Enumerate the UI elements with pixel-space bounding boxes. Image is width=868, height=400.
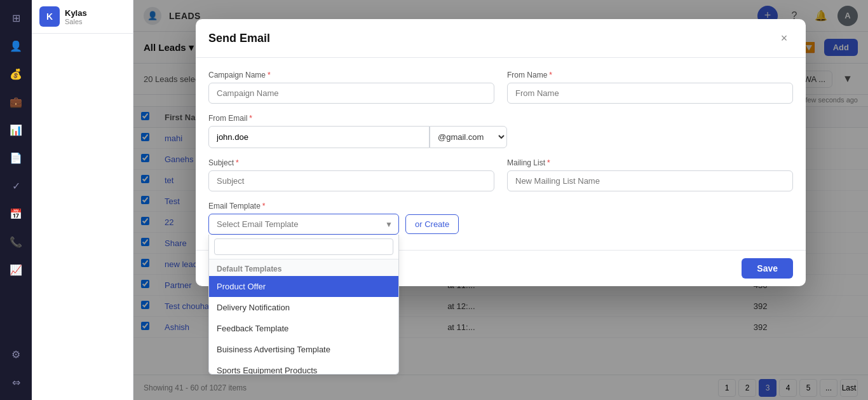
from-name-input[interactable] <box>507 83 793 104</box>
email-domain-select[interactable]: @gmail.com @yahoo.com @outlook.com <box>430 126 507 148</box>
subject-label: Subject * <box>208 158 494 167</box>
modal-header: Send Email × <box>196 19 806 58</box>
template-item-advertising[interactable]: Buisiness Advertising Template <box>209 339 398 360</box>
dropdown-section-label: Default Templates <box>209 259 398 276</box>
email-template-section: Email Template * ▼ <box>208 202 793 235</box>
nav-icon-person[interactable]: 👤 <box>4 34 27 57</box>
email-input-row: @gmail.com @yahoo.com @outlook.com <box>208 126 507 148</box>
required-marker-2: * <box>549 71 552 79</box>
from-email-group: From Email * @gmail.com @yahoo.com @outl… <box>208 114 507 148</box>
sidebar-header: K Kylas Sales <box>32 0 133 34</box>
from-email-label: From Email * <box>208 114 507 123</box>
template-select-wrap: ▼ Default Templates Product Offer <box>208 214 399 235</box>
from-name-group: From Name * <box>507 71 793 104</box>
required-marker-3: * <box>249 114 252 123</box>
campaign-name-label: Campaign Name * <box>208 71 494 79</box>
from-name-label: From Name * <box>507 71 793 79</box>
required-marker-6: * <box>262 202 266 210</box>
nav-icon-grid[interactable]: ⊞ <box>4 6 27 29</box>
mailing-list-group: Mailing List * <box>507 158 793 191</box>
nav-icon-expand[interactable]: ⇔ <box>4 371 27 394</box>
campaign-name-group: Campaign Name * <box>208 71 494 104</box>
dropdown-search-input[interactable] <box>214 238 393 255</box>
nav-icon-check[interactable]: ✓ <box>4 174 27 197</box>
email-template-label: Email Template * <box>208 202 793 210</box>
nav-icon-chart[interactable]: 📊 <box>4 118 27 141</box>
nav-icon-settings[interactable]: ⚙ <box>4 343 27 366</box>
nav-icon-phone[interactable]: 📞 <box>4 230 27 253</box>
required-marker: * <box>268 71 271 79</box>
nav-icon-calendar[interactable]: 📅 <box>4 202 27 225</box>
app-module: Sales <box>65 18 87 25</box>
subject-group: Subject * <box>208 158 494 191</box>
nav-icon-dollar[interactable]: 💰 <box>4 62 27 85</box>
nav-icon-document[interactable]: 📄 <box>4 146 27 169</box>
form-row-1: Campaign Name * From Name * <box>208 71 793 104</box>
nav-icon-analytics[interactable]: 📈 <box>4 258 27 281</box>
app-logo: K <box>39 6 60 27</box>
required-marker-5: * <box>547 158 550 167</box>
or-create-button[interactable]: or Create <box>405 214 459 234</box>
template-dropdown: Default Templates Product Offer Delivery… <box>208 235 399 375</box>
dropdown-list: Default Templates Product Offer Delivery… <box>209 259 398 374</box>
required-marker-4: * <box>236 158 239 167</box>
app-name: Kylas <box>65 8 87 18</box>
template-item-sports[interactable]: Sports Equipment Products <box>209 360 398 374</box>
form-row-2: From Email * @gmail.com @yahoo.com @outl… <box>208 114 793 148</box>
main-content: 👤 LEADS + ? 🔔 A All Leads ▾ 🔍 ⫶ 🔽 Add <box>133 0 868 400</box>
campaign-name-input[interactable] <box>208 83 494 104</box>
modal-body: Campaign Name * From Name * <box>196 58 806 250</box>
nav-icon-briefcase[interactable]: 💼 <box>4 90 27 113</box>
dropdown-search-area <box>209 235 398 259</box>
modal-title: Send Email <box>208 32 270 45</box>
template-row: ▼ Default Templates Product Offer <box>208 214 793 235</box>
left-navigation: ⊞ 👤 💰 💼 📊 📄 ✓ 📅 📞 📈 ⚙ ⇔ <box>0 0 32 400</box>
form-row-3: Subject * Mailing List * <box>208 158 793 191</box>
template-item-feedback[interactable]: Feedback Template <box>209 318 398 339</box>
modal-close-button[interactable]: × <box>775 29 793 47</box>
template-item-delivery[interactable]: Delivery Notification <box>209 297 398 318</box>
mailing-list-input[interactable] <box>507 170 793 191</box>
sidebar: K Kylas Sales <box>32 0 133 400</box>
template-select-input[interactable] <box>208 214 399 235</box>
email-username-input[interactable] <box>208 126 430 148</box>
template-item-product-offer[interactable]: Product Offer <box>209 276 398 297</box>
save-button[interactable]: Save <box>742 258 793 279</box>
subject-input[interactable] <box>208 170 494 191</box>
modal-overlay: Send Email × Campaign Name * <box>133 0 868 400</box>
mailing-list-label: Mailing List * <box>507 158 793 167</box>
send-email-modal: Send Email × Campaign Name * <box>196 19 806 286</box>
